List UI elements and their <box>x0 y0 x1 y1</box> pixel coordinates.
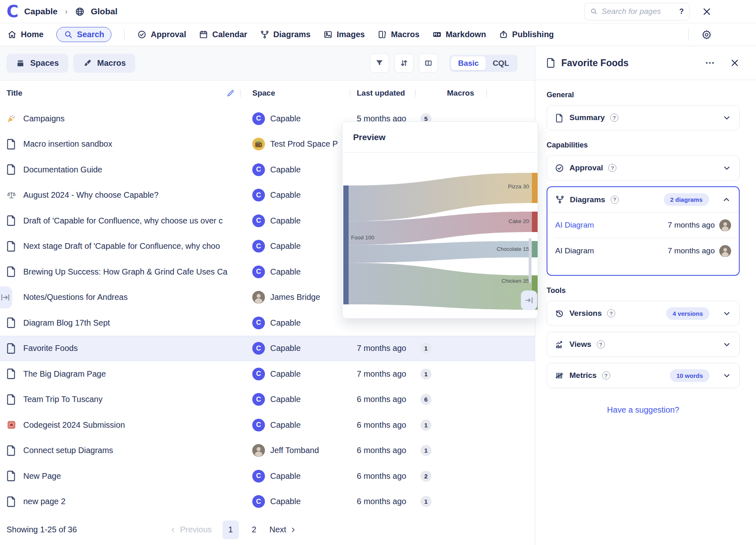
breadcrumb-app[interactable]: Capable <box>24 7 58 16</box>
nav-item-markdown[interactable]: Markdown <box>432 30 486 39</box>
page-title: Favorite Foods <box>23 344 78 353</box>
card-header-views[interactable]: Views? <box>547 332 739 357</box>
docsm-icon <box>555 113 564 123</box>
chevron-down-icon[interactable] <box>722 340 732 349</box>
search-icon <box>64 30 73 39</box>
breadcrumb-scope[interactable]: Global <box>91 7 117 16</box>
chevron-up-icon[interactable] <box>722 195 731 204</box>
nav-item-approval[interactable]: Approval <box>137 30 186 39</box>
row-title-cell: Diagram Blog 17th Sept <box>0 317 241 328</box>
space-name: Test Prod Space P <box>270 139 338 149</box>
macros-count-badge: 1 <box>420 420 431 431</box>
table-row[interactable]: Favorite Foods CCapable 7 months ago 1 <box>0 336 535 362</box>
column-header-space[interactable]: Space <box>241 80 350 106</box>
row-title-cell: Connect setup Diagrams <box>0 445 241 456</box>
results-count: Showing 1-25 of 36 <box>7 525 77 534</box>
nav-item-home[interactable]: Home <box>7 30 44 39</box>
nav-item-macros[interactable]: Macros <box>378 30 420 39</box>
table-row[interactable]: New Page CCapable 6 months ago 2 <box>0 463 535 489</box>
column-header-last-updated[interactable]: Last updated <box>350 80 416 106</box>
space-avatar-capable: C <box>252 368 265 380</box>
macros-count-badge: 6 <box>420 394 431 405</box>
preview-popup: Preview Pizza 30Cake 20Chocolate 15Chick… <box>342 121 538 319</box>
card-header-metrics[interactable]: Metrics?10 words <box>547 363 739 388</box>
filter-button[interactable] <box>370 54 389 73</box>
card-header-diagrams[interactable]: Diagrams?2 diagrams <box>547 187 739 212</box>
table-row[interactable]: Team Trip To Tuscany CCapable 6 months a… <box>0 387 535 413</box>
page-details-panel: Favorite Foods GeneralSummary?Capabiliti… <box>535 46 756 545</box>
nav-item-publishing[interactable]: Publishing <box>499 30 554 39</box>
table-row[interactable]: Codegeist 2024 Submission CCapable 6 mon… <box>0 412 535 438</box>
panel-close-icon[interactable] <box>730 58 740 68</box>
nav-item-search[interactable]: Search <box>56 27 112 42</box>
search-help-icon[interactable]: ? <box>679 7 684 16</box>
spaces-filter-label: Spaces <box>30 58 59 68</box>
page-title: Brewing Up Success: How Graph & Grind Ca… <box>23 267 227 277</box>
row-last-updated: 6 months ago <box>350 420 416 430</box>
section-label-tools: Tools <box>547 286 740 295</box>
nav-item-images[interactable]: Images <box>323 30 365 39</box>
column-header-macros[interactable]: Macros <box>416 80 487 106</box>
table-row[interactable]: The Big Diagram Page CCapable 7 months a… <box>0 361 535 387</box>
column-header-title[interactable]: Title <box>0 80 241 106</box>
help-icon[interactable]: ? <box>607 309 615 317</box>
edit-pencil-icon[interactable] <box>226 89 235 98</box>
columns-button[interactable] <box>419 54 438 73</box>
chevron-right-icon <box>289 526 297 534</box>
diagram-item[interactable]: AI Diagram7 months ago <box>547 238 739 264</box>
chevron-down-icon[interactable] <box>722 309 732 318</box>
card-header-summary[interactable]: Summary? <box>547 105 739 130</box>
scrollbar[interactable] <box>529 238 531 283</box>
nav-bar: HomeSearchApprovalCalendarDiagramsImages… <box>0 23 756 46</box>
chevron-down-icon[interactable] <box>722 163 732 173</box>
macros-icon <box>378 30 387 39</box>
macros-filter-button[interactable]: Macros <box>73 54 135 73</box>
help-icon[interactable]: ? <box>611 196 619 204</box>
space-name: Capable <box>270 369 301 379</box>
open-in-page-button[interactable] <box>521 290 537 310</box>
row-space-cell: CCapable <box>241 342 350 355</box>
macros-count-badge: 1 <box>420 445 431 456</box>
help-icon[interactable]: ? <box>610 114 618 122</box>
card-header-versions[interactable]: Versions?4 versions <box>547 301 739 326</box>
close-icon[interactable] <box>702 7 712 17</box>
home-icon <box>7 30 17 39</box>
metrics-icon <box>555 371 564 380</box>
page-1-button[interactable]: 1 <box>222 520 239 539</box>
row-title-cell: Favorite Foods <box>0 343 241 354</box>
diagram-name[interactable]: AI Diagram <box>555 246 594 255</box>
chevron-down-icon[interactable] <box>722 113 732 123</box>
search-input[interactable]: Search for pages ? <box>584 3 689 20</box>
help-icon[interactable]: ? <box>597 340 605 348</box>
sort-button[interactable] <box>394 54 414 73</box>
help-icon[interactable]: ? <box>608 164 616 172</box>
previous-page-button[interactable]: Previous <box>169 525 212 534</box>
mode-basic-tab[interactable]: Basic <box>451 56 486 70</box>
row-space-cell: CCapable <box>241 495 350 508</box>
row-space-cell: Jeff Tomband <box>241 444 350 457</box>
page-2-button[interactable]: 2 <box>249 525 259 534</box>
more-actions-icon[interactable] <box>705 58 715 68</box>
card-header-approval[interactable]: Approval? <box>547 156 739 180</box>
suggestion-link[interactable]: Have a suggestion? <box>547 405 740 415</box>
diagram-name[interactable]: AI Diagram <box>555 221 594 230</box>
row-macros-cell: 2 <box>416 471 487 482</box>
page-icon <box>7 445 16 456</box>
diagram-updated: 7 months ago <box>668 221 715 230</box>
diagram-item[interactable]: AI Diagram7 months ago <box>547 212 739 238</box>
table-row[interactable]: Connect setup Diagrams Jeff Tomband 6 mo… <box>0 438 535 464</box>
help-icon[interactable]: ? <box>602 371 610 380</box>
row-last-updated: 6 months ago <box>350 497 416 506</box>
spaces-filter-button[interactable]: Spaces <box>7 54 68 73</box>
page-icon <box>547 58 556 68</box>
nav-item-diagrams[interactable]: Diagrams <box>260 30 311 39</box>
nav-item-calendar[interactable]: Calendar <box>199 30 247 39</box>
table-row[interactable]: new page 2 CCapable 6 months ago 1 <box>0 489 535 515</box>
arrow-to-bar-icon <box>0 293 10 302</box>
mode-cql-tab[interactable]: CQL <box>486 56 516 70</box>
sort-arrows-icon <box>399 58 409 68</box>
chevron-down-icon[interactable] <box>722 371 732 380</box>
next-page-button[interactable]: Next <box>269 525 297 534</box>
space-avatar-wallet <box>252 138 265 150</box>
gear-icon[interactable] <box>701 29 712 40</box>
